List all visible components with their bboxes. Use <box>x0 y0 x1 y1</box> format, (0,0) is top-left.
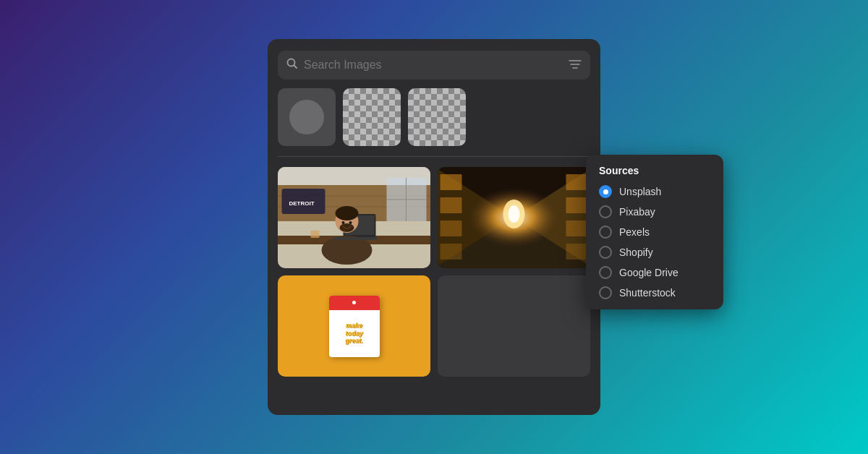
radio-unsplash[interactable] <box>599 185 612 198</box>
calendar-card: make today great. <box>329 296 380 357</box>
checker-thumbnail-2[interactable] <box>408 88 466 146</box>
source-label-shopify: Shopify <box>619 247 653 258</box>
svg-line-1 <box>294 66 297 69</box>
radio-inner-unsplash <box>603 189 608 194</box>
radio-pixabay[interactable] <box>599 205 612 218</box>
source-option-pexels[interactable]: Pexels <box>599 226 710 239</box>
svg-point-17 <box>342 221 345 224</box>
svg-rect-37 <box>566 197 588 213</box>
source-option-shopify[interactable]: Shopify <box>599 246 710 259</box>
radio-shopify[interactable] <box>599 246 612 259</box>
radio-pexels[interactable] <box>599 226 612 239</box>
svg-rect-20 <box>311 231 320 238</box>
image-placeholder-4[interactable] <box>438 275 590 377</box>
calendar-text: make today great. <box>345 322 363 345</box>
svg-point-16 <box>340 223 354 232</box>
svg-rect-39 <box>566 244 588 260</box>
svg-point-18 <box>349 221 352 224</box>
svg-rect-34 <box>441 220 462 236</box>
sources-title: Sources <box>599 165 710 176</box>
image-calendar-poster[interactable]: make today great. <box>278 275 430 377</box>
source-option-pixabay[interactable]: Pixabay <box>599 205 710 218</box>
search-bar <box>278 51 590 80</box>
svg-point-15 <box>336 206 359 220</box>
search-input[interactable] <box>304 59 563 72</box>
filter-icon[interactable] <box>569 59 582 72</box>
main-panel: DETROIT <box>268 39 600 415</box>
svg-text:DETROIT: DETROIT <box>289 200 315 207</box>
svg-rect-19 <box>334 237 378 240</box>
divider <box>278 156 590 157</box>
svg-rect-32 <box>441 174 462 190</box>
image-person-desk[interactable]: DETROIT <box>278 167 430 268</box>
sources-dropdown: Sources Unsplash Pixabay Pexels Shopify … <box>586 155 723 309</box>
svg-rect-33 <box>441 197 462 213</box>
image-grid: DETROIT <box>268 167 600 377</box>
checker-thumbnail-1[interactable] <box>343 88 401 146</box>
calendar-dot <box>352 301 356 304</box>
source-label-unsplash: Unsplash <box>619 186 661 197</box>
calendar-top <box>329 296 380 310</box>
source-label-pixabay: Pixabay <box>619 206 655 218</box>
radio-shutterstock[interactable] <box>599 286 612 299</box>
circle-inner <box>289 100 324 134</box>
svg-point-41 <box>509 205 520 223</box>
source-option-shutterstock[interactable]: Shutterstock <box>599 286 710 299</box>
circle-thumbnail[interactable] <box>278 88 336 146</box>
radio-google-drive[interactable] <box>599 266 612 279</box>
source-label-shutterstock: Shutterstock <box>619 287 676 299</box>
source-option-google-drive[interactable]: Google Drive <box>599 266 710 279</box>
svg-rect-36 <box>566 174 588 190</box>
image-corridor[interactable] <box>438 167 590 268</box>
source-label-google-drive: Google Drive <box>619 267 678 278</box>
svg-rect-35 <box>441 244 462 260</box>
source-option-unsplash[interactable]: Unsplash <box>599 185 710 198</box>
svg-rect-38 <box>566 220 588 236</box>
source-label-pexels: Pexels <box>619 226 650 238</box>
calendar-body: make today great. <box>329 310 380 357</box>
thumbnail-row <box>268 88 600 156</box>
search-icon <box>286 58 298 72</box>
